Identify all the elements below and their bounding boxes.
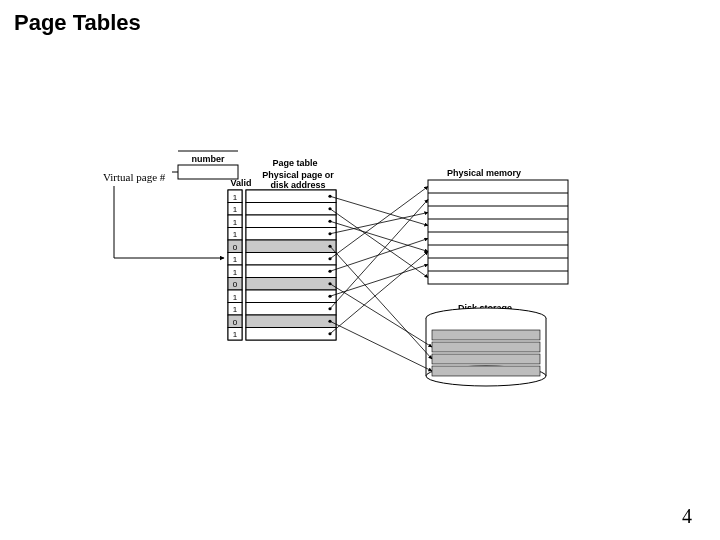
- valid-bit: 1: [233, 205, 238, 214]
- slide: Page Tables 4 Virtual page # number Page…: [0, 0, 720, 540]
- valid-bit: 1: [233, 255, 238, 264]
- ppn-cell: [246, 278, 336, 291]
- ppn-cell: [246, 253, 336, 266]
- disk-slot: [432, 342, 540, 352]
- ppn-cell: [246, 328, 336, 341]
- mapping-lines: [330, 187, 432, 372]
- valid-bit: 0: [233, 318, 238, 327]
- map-to-disk: [330, 246, 432, 359]
- valid-bit: 1: [233, 330, 238, 339]
- valid-bit: 1: [233, 305, 238, 314]
- page-table: 111101101101: [228, 190, 336, 340]
- ppn-cell: [246, 240, 336, 253]
- valid-bit: 0: [233, 243, 238, 252]
- disk-cylinder: [426, 308, 546, 386]
- disk-slot: [432, 330, 540, 340]
- disk-slot: [432, 354, 540, 364]
- svg-rect-1: [178, 165, 238, 179]
- valid-bit: 1: [233, 268, 238, 277]
- ppn-cell: [246, 290, 336, 303]
- ppn-cell: [246, 228, 336, 241]
- physical-memory: [428, 180, 568, 284]
- valid-bit: 1: [233, 193, 238, 202]
- ppn-cell: [246, 315, 336, 328]
- map-to-physical: [330, 221, 428, 251]
- map-to-disk: [330, 284, 432, 347]
- valid-bit: 1: [233, 218, 238, 227]
- page-table-diagram: 111101101101: [0, 0, 720, 540]
- map-to-physical: [330, 265, 428, 297]
- map-to-physical: [330, 196, 428, 225]
- pointer-arrow: [114, 172, 224, 258]
- ppn-cell: [246, 265, 336, 278]
- valid-bit: 1: [233, 293, 238, 302]
- disk-slot: [432, 366, 540, 376]
- map-to-disk: [330, 321, 432, 371]
- ppn-cell: [246, 190, 336, 203]
- map-to-physical: [330, 187, 428, 259]
- valid-bit: 0: [233, 280, 238, 289]
- ppn-cell: [246, 215, 336, 228]
- ppn-cell: [246, 303, 336, 316]
- vpn-register: [178, 151, 238, 179]
- valid-bit: 1: [233, 230, 238, 239]
- ppn-cell: [246, 203, 336, 216]
